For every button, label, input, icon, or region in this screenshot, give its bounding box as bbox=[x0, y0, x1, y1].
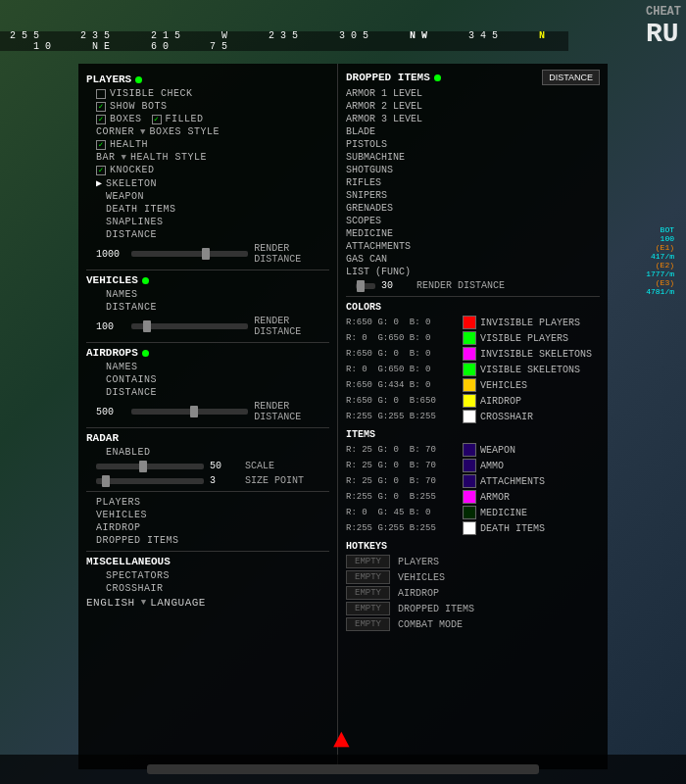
vehicles-render-slider[interactable] bbox=[131, 323, 248, 329]
blade-label: BLADE bbox=[346, 126, 375, 137]
bar-row[interactable]: BAR ▼ HEALTH STYLE bbox=[86, 151, 329, 164]
filled-label: FILLED bbox=[166, 114, 204, 124]
health-row[interactable]: HEALTH bbox=[86, 138, 329, 151]
vehicles-names-row[interactable]: NAMES bbox=[86, 288, 329, 301]
armor-item-values: R:255 G: 0 B:255 bbox=[346, 492, 459, 502]
language-dropdown-icon[interactable]: ▼ bbox=[141, 598, 146, 608]
airdrops-contains-row[interactable]: CONTAINS bbox=[86, 373, 329, 386]
hotkey-airdrop-key[interactable]: EMPTY bbox=[346, 586, 390, 600]
ammo-item-row: R: 25 G: 0 B: 70 AMMO bbox=[346, 458, 600, 473]
corner-dropdown-icon[interactable]: ▼ bbox=[140, 127, 145, 137]
hotkey-combat-key[interactable]: EMPTY bbox=[346, 617, 390, 631]
boxes-row[interactable]: BOXES FILLED bbox=[86, 113, 329, 125]
gas-can-label: GAS CAN bbox=[346, 254, 387, 265]
hotkey-vehicles-key[interactable]: EMPTY bbox=[346, 570, 390, 584]
distance-row[interactable]: DISTANCE bbox=[86, 228, 329, 241]
radar-size-slider[interactable] bbox=[96, 478, 204, 484]
bottom-vehicles-row[interactable]: VEHICLES bbox=[86, 509, 329, 521]
radar-scale-thumb[interactable] bbox=[139, 461, 147, 472]
airdrops-contains-label: CONTAINS bbox=[106, 374, 157, 385]
hotkey-dropped-key[interactable]: EMPTY bbox=[346, 602, 390, 615]
vis-players-color-box[interactable] bbox=[463, 331, 476, 345]
bottom-dropped-row[interactable]: DROPPED ITEMS bbox=[86, 534, 329, 547]
attach-item-color[interactable] bbox=[463, 474, 476, 488]
radar-label: RADAR bbox=[86, 432, 119, 444]
boxes-label: BOXES bbox=[110, 114, 142, 124]
vehicles-color-box[interactable] bbox=[463, 378, 476, 392]
ammo-item-color[interactable] bbox=[463, 459, 476, 472]
death-item-color[interactable] bbox=[463, 521, 476, 535]
visible-check-row[interactable]: VISIBLE CHECK bbox=[86, 87, 329, 100]
airdrop-color-box[interactable] bbox=[463, 394, 476, 408]
radar-scale-slider[interactable] bbox=[96, 464, 204, 469]
rifles-label: RIFLES bbox=[346, 177, 381, 188]
knocked-checkbox[interactable] bbox=[96, 166, 106, 175]
invis-skel-color-box[interactable] bbox=[463, 347, 476, 361]
show-bots-label: SHOW BOTS bbox=[110, 101, 168, 112]
weapon-row[interactable]: WEAPON bbox=[86, 190, 329, 203]
attach-item-row: R: 25 G: 0 B: 70 ATTACHMENTS bbox=[346, 473, 600, 489]
hotkey-players-key[interactable]: EMPTY bbox=[346, 555, 390, 568]
medicine-row: MEDICINE bbox=[346, 227, 600, 240]
radar-size-value: 3 bbox=[210, 475, 239, 486]
distance-button[interactable]: DISTANCE bbox=[542, 70, 600, 85]
show-bots-row[interactable]: SHOW BOTS bbox=[86, 100, 329, 113]
armor-item-color[interactable] bbox=[463, 490, 476, 504]
spectators-row[interactable]: SPECTATORS bbox=[86, 569, 329, 582]
rifles-row: RIFLES bbox=[346, 176, 600, 189]
armor2-label: ARMOR 2 LEVEL bbox=[346, 101, 422, 112]
medicine-label: MEDICINE bbox=[346, 228, 393, 239]
armor1-row: ARMOR 1 LEVEL bbox=[346, 87, 600, 100]
bottom-players-row[interactable]: PLAYERS bbox=[86, 496, 329, 509]
grenades-label: GRENADES bbox=[346, 203, 393, 214]
crosshair-label: CROSSHAIR bbox=[106, 583, 164, 594]
bottom-slider[interactable] bbox=[147, 764, 539, 774]
crosshair-color-box[interactable] bbox=[463, 410, 476, 423]
filled-checkbox[interactable] bbox=[152, 115, 162, 124]
airdrops-distance-row[interactable]: DISTANCE bbox=[86, 386, 329, 399]
radar-size-thumb[interactable] bbox=[102, 475, 110, 487]
vis-skel-color-box[interactable] bbox=[463, 363, 476, 376]
dropped-items-header: DROPPED ITEMS bbox=[346, 72, 441, 83]
visible-check-checkbox[interactable] bbox=[96, 89, 106, 99]
left-column: PLAYERS VISIBLE CHECK SHOW BOTS BOXES FI… bbox=[78, 64, 338, 769]
bar-dropdown-icon[interactable]: ▼ bbox=[122, 153, 126, 163]
weapon-item-row: R: 25 G: 0 B: 70 WEAPON bbox=[346, 442, 600, 458]
knocked-row[interactable]: KNOCKED bbox=[86, 164, 329, 176]
dropped-render-thumb[interactable] bbox=[357, 280, 365, 292]
show-bots-checkbox[interactable] bbox=[96, 102, 106, 112]
snaplines-row[interactable]: SNAPLINES bbox=[86, 216, 329, 228]
vehicles-header: VEHICLES bbox=[86, 274, 329, 286]
death-items-row[interactable]: DEATH ITEMS bbox=[86, 203, 329, 216]
airdrops-render-thumb[interactable] bbox=[190, 406, 198, 417]
airdrops-render-value: 500 bbox=[96, 407, 125, 417]
health-checkbox[interactable] bbox=[96, 140, 106, 150]
language-row[interactable]: ENGLISH ▼ LANGUAGE bbox=[86, 595, 329, 611]
weapon-label: WEAPON bbox=[106, 191, 144, 202]
airdrops-names-row[interactable]: NAMES bbox=[86, 361, 329, 373]
language-label: LANGUAGE bbox=[150, 597, 206, 609]
crosshair-row[interactable]: CROSSHAIR bbox=[86, 582, 329, 595]
medicine-item-color[interactable] bbox=[463, 506, 476, 519]
radar-enabled-row[interactable]: ENABLED bbox=[86, 446, 329, 459]
players-render-slider[interactable] bbox=[131, 251, 248, 257]
players-render-thumb[interactable] bbox=[202, 248, 210, 260]
armor1-label: ARMOR 1 LEVEL bbox=[346, 88, 422, 99]
distance-label: DISTANCE bbox=[106, 229, 157, 240]
invis-players-color-box[interactable] bbox=[463, 316, 476, 329]
vehicles-render-thumb[interactable] bbox=[143, 320, 151, 332]
scopes-row: SCOPES bbox=[346, 215, 600, 227]
airdrops-render-slider[interactable] bbox=[131, 409, 248, 415]
weapon-item-color[interactable] bbox=[463, 443, 476, 457]
visible-check-label: VISIBLE CHECK bbox=[110, 88, 193, 99]
submachine-row: SUBMACHINE bbox=[346, 151, 600, 164]
corner-row[interactable]: CORNER ▼ BOXES STYLE bbox=[86, 125, 329, 138]
watermark-cheat: CHEAT bbox=[646, 5, 681, 19]
vehicles-color-row: R:650 G:434 B: 0 VEHICLES bbox=[346, 377, 600, 393]
skeleton-row[interactable]: ▶ SKELETON bbox=[86, 176, 329, 190]
vehicles-distance-row[interactable]: DISTANCE bbox=[86, 301, 329, 314]
bottom-airdrop-row[interactable]: AIRDROP bbox=[86, 521, 329, 534]
hotkey-airdrop-row: EMPTY AIRDROP bbox=[346, 585, 600, 601]
dropped-render-slider[interactable] bbox=[356, 283, 375, 289]
boxes-checkbox[interactable] bbox=[96, 115, 106, 124]
